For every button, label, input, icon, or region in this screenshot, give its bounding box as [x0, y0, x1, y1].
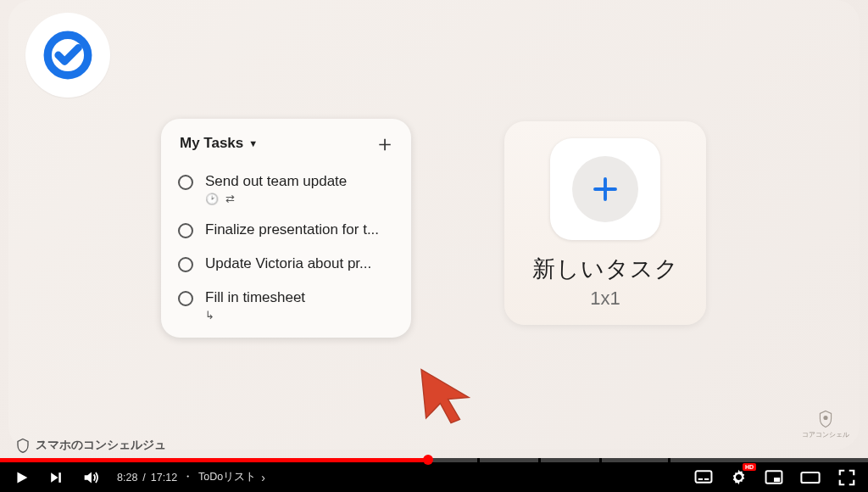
task-text: Update Victoria about pr...: [205, 255, 394, 272]
task-row[interactable]: Fill in timesheet↳: [176, 281, 396, 329]
new-task-size: 1x1: [518, 288, 693, 310]
cursor-arrow-icon: [415, 365, 475, 424]
svg-rect-3: [696, 471, 712, 483]
tasks-widget-header: My Tasks ▼ ＋: [176, 132, 396, 154]
svg-rect-8: [801, 472, 819, 483]
task-checkbox[interactable]: [178, 257, 193, 272]
watermark-text: コアコンシェル: [802, 430, 849, 439]
svg-rect-4: [698, 478, 703, 479]
new-task-button-inner: [572, 156, 638, 222]
time-display[interactable]: 8:28 / 17:12 ・ ToDoリスト ›: [117, 470, 265, 484]
new-task-widget[interactable]: 新しいタスク 1x1: [504, 121, 706, 325]
hd-badge: HD: [743, 463, 756, 471]
volume-button[interactable]: [81, 468, 100, 487]
next-button[interactable]: [47, 469, 64, 486]
tasks-title: My Tasks: [180, 135, 243, 152]
duration: 17:12: [151, 472, 177, 484]
player-controls: 8:28 / 17:12 ・ ToDoリスト › HD: [0, 462, 868, 492]
app-logo-badge: [25, 13, 110, 98]
settings-button[interactable]: HD: [730, 468, 748, 486]
new-task-label: 新しいタスク: [518, 254, 693, 284]
clock-icon: 🕑: [205, 193, 219, 204]
chevron-right-icon: ›: [261, 471, 265, 484]
task-checkbox[interactable]: [178, 175, 193, 190]
new-task-button[interactable]: [550, 138, 660, 240]
tasks-list-selector[interactable]: My Tasks ▼: [180, 135, 258, 152]
fullscreen-button[interactable]: [837, 468, 856, 487]
miniplayer-button[interactable]: [765, 470, 783, 485]
current-time: 8:28: [117, 472, 137, 484]
task-text: Fill in timesheet: [205, 289, 394, 306]
task-text: Finalize presentation for t...: [205, 221, 394, 238]
channel-watermark[interactable]: コアコンシェル: [802, 410, 849, 439]
caret-down-icon: ▼: [248, 138, 258, 148]
task-row[interactable]: Send out team update🕑⇄: [176, 165, 396, 213]
video-frame: My Tasks ▼ ＋ Send out team update🕑⇄Final…: [0, 0, 868, 458]
svg-rect-5: [704, 478, 709, 479]
task-checkbox[interactable]: [178, 291, 193, 306]
repeat-icon: ⇄: [225, 193, 235, 204]
task-row[interactable]: Update Victoria about pr...: [176, 247, 396, 281]
channel-overlay: スマホのコンシェルジュ: [15, 438, 166, 453]
tasks-logo-icon: [42, 30, 93, 81]
svg-rect-2: [58, 472, 61, 483]
task-text: Send out team update: [205, 173, 394, 190]
task-checkbox[interactable]: [178, 223, 193, 238]
plus-icon: [590, 174, 620, 204]
tasks-widget[interactable]: My Tasks ▼ ＋ Send out team update🕑⇄Final…: [161, 119, 411, 338]
chapter-title: ToDoリスト: [198, 470, 256, 484]
channel-name: スマホのコンシェルジュ: [36, 438, 166, 453]
add-task-icon[interactable]: ＋: [374, 132, 396, 154]
svg-rect-7: [774, 478, 780, 482]
play-button[interactable]: [12, 468, 31, 487]
svg-point-1: [823, 416, 827, 420]
subtitles-button[interactable]: [694, 470, 713, 485]
theater-button[interactable]: [800, 470, 821, 485]
task-row[interactable]: Finalize presentation for t...: [176, 213, 396, 247]
subtask-icon: ↳: [205, 310, 214, 321]
